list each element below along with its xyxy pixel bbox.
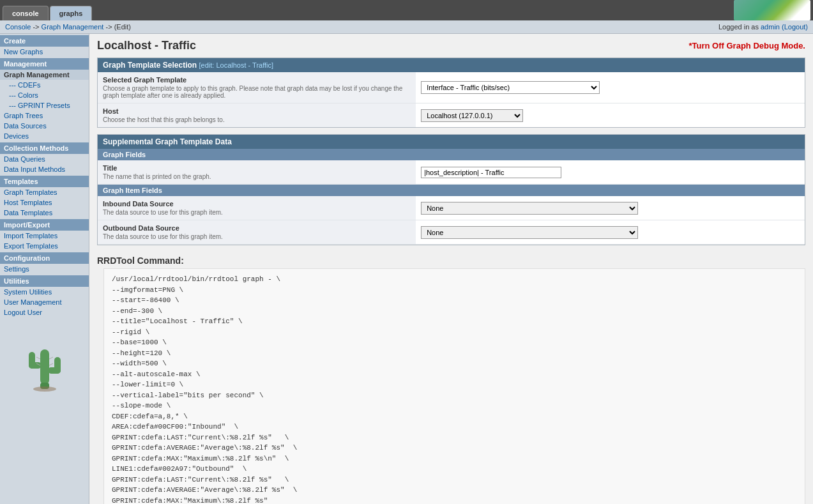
content-area: Localhost - Traffic *Turn Off Graph Debu… [89,34,813,504]
sidebar-item-data-sources[interactable]: Data Sources [0,121,89,131]
page-title-row: Localhost - Traffic *Turn Off Graph Debu… [97,39,805,52]
breadcrumb-graph-management[interactable]: Graph Management [42,23,104,31]
sidebar-item-cdefs[interactable]: --- CDEFs [0,80,89,90]
inbound-label: Inbound Data Source [103,200,411,208]
host-select[interactable]: Localhost (127.0.0.1) [421,109,523,122]
inbound-desc: The data source to use for this graph it… [103,209,411,216]
sidebar-item-devices[interactable]: Devices [0,131,89,141]
rrdtool-command-title: RRDTool Command: [97,252,805,268]
supplemental-panel-header: Supplemental Graph Template Data [98,135,805,149]
login-info: Logged in as admin (Logout) [718,23,808,31]
breadcrumb-console[interactable]: Console [5,23,31,31]
svg-rect-3 [29,352,35,369]
sidebar-item-data-templates[interactable]: Data Templates [0,208,89,218]
template-select-wrap: Interface - Traffic (bits/sec) [421,81,600,94]
sidebar-item-data-queries[interactable]: Data Queries [0,154,89,164]
sidebar-header-configuration: Configuration [0,252,89,264]
outbound-desc: The data source to use for this graph it… [103,233,411,240]
sidebar-item-graph-management[interactable]: Graph Management [0,70,89,80]
sidebar-item-settings[interactable]: Settings [0,264,89,274]
sidebar-header-management: Management [0,58,89,70]
svg-rect-0 [40,349,49,385]
sidebar-item-gprint-presets[interactable]: --- GPRINT Presets [0,100,89,111]
title-field-desc: The name that is printed on the graph. [103,173,411,180]
rrdtool-section: RRDTool Command: /usr/local/rrdtool/bin/… [97,252,805,504]
outbound-row: Outbound Data Source The data source to … [98,220,805,245]
title-input[interactable] [421,167,561,178]
graph-template-panel-header: Graph Template Selection [edit: Localhos… [98,58,805,72]
selected-template-label: Selected Graph Template [103,76,411,84]
graph-item-fields-header: Graph Item Fields [98,185,805,196]
sidebar-header-create: Create [0,35,89,47]
top-logo [734,0,810,20]
sidebar-header-import-export: Import/Export [0,219,89,231]
sidebar-item-graph-trees[interactable]: Graph Trees [0,111,89,121]
sidebar-item-user-management[interactable]: User Management [0,297,89,307]
inbound-select[interactable]: None [421,202,638,215]
sidebar-item-graph-templates[interactable]: Graph Templates [0,187,89,197]
sidebar-item-logout-user[interactable]: Logout User [0,307,89,317]
main-layout: Create New Graphs Management Graph Manag… [0,34,813,504]
sidebar-item-system-utilities[interactable]: System Utilities [0,287,89,297]
page-title: Localhost - Traffic [97,39,196,52]
svg-line-9 [49,357,53,359]
sidebar-item-export-templates[interactable]: Export Templates [0,241,89,251]
selected-template-row: Selected Graph Template Choose a graph t… [98,72,805,103]
breadcrumb: Console -> Graph Management -> (Edit) [5,23,131,31]
sidebar-item-new-graphs[interactable]: New Graphs [0,47,89,57]
svg-line-7 [36,357,40,359]
sidebar-item-data-input-methods[interactable]: Data Input Methods [0,164,89,174]
outbound-label: Outbound Data Source [103,224,411,232]
sidebar-item-colors[interactable]: --- Colors [0,90,89,100]
login-user-link[interactable]: admin [761,23,780,31]
breadcrumb-current: (Edit) [114,23,131,31]
cactus-logo [0,317,89,394]
logout-link[interactable]: (Logout) [782,23,808,31]
host-select-wrap: Localhost (127.0.0.1) [421,109,523,122]
breadcrumb-bar: Console -> Graph Management -> (Edit) Lo… [0,20,813,34]
outbound-select[interactable]: None [421,226,638,239]
host-desc: Choose the host that this graph belongs … [103,116,411,123]
supplemental-panel: Supplemental Graph Template Data Graph F… [97,134,805,245]
host-row: Host Choose the host that this graph bel… [98,103,805,127]
title-row: Title The name that is printed on the gr… [98,160,805,185]
debug-mode-link[interactable]: *Turn Off Graph Debug Mode. [689,41,805,50]
svg-rect-5 [54,357,61,374]
svg-point-6 [33,386,56,392]
svg-line-10 [49,363,53,365]
selected-template-desc: Choose a graph template to apply to this… [103,85,411,99]
sidebar-header-utilities: Utilities [0,275,89,287]
host-label: Host [103,107,411,115]
sidebar-header-collection: Collection Methods [0,142,89,154]
template-select[interactable]: Interface - Traffic (bits/sec) [421,81,600,94]
edit-link[interactable]: [edit: Localhost - Traffic] [199,61,274,69]
sidebar-item-host-templates[interactable]: Host Templates [0,197,89,208]
title-field-label: Title [103,164,411,172]
sidebar: Create New Graphs Management Graph Manag… [0,34,89,504]
inbound-row: Inbound Data Source The data source to u… [98,196,805,220]
sidebar-item-import-templates[interactable]: Import Templates [0,231,89,241]
top-nav: console graphs [0,0,813,20]
graph-template-panel: Graph Template Selection [edit: Localhos… [97,57,805,128]
graphs-tab[interactable]: graphs [50,6,93,20]
sidebar-header-templates: Templates [0,176,89,187]
rrdtool-command-text: /usr/local/rrdtool/bin/rrdtool graph - \… [103,268,805,504]
console-tab[interactable]: console [3,6,49,20]
graph-fields-header: Graph Fields [98,149,805,160]
